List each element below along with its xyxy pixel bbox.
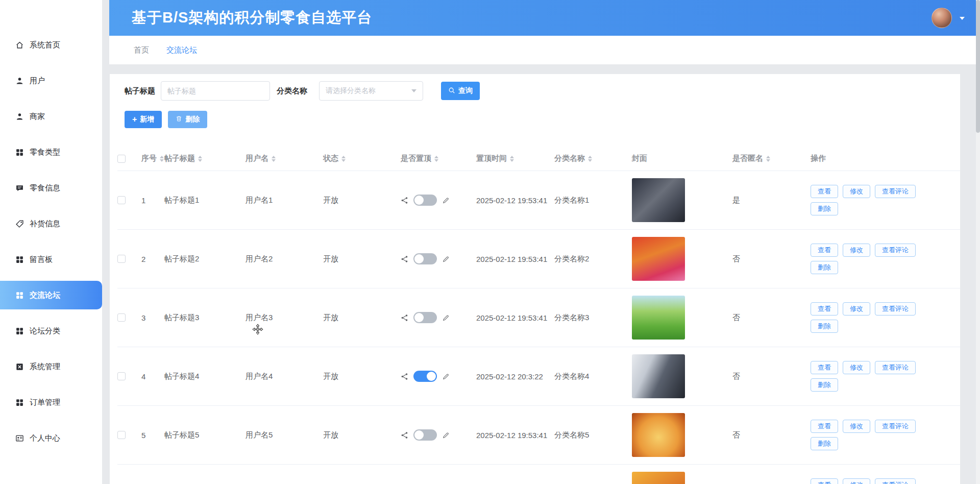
- pin-toggle[interactable]: [413, 253, 437, 264]
- pin-toggle[interactable]: [413, 195, 437, 206]
- pin-toggle[interactable]: [413, 429, 437, 441]
- post-title-input[interactable]: [161, 81, 270, 101]
- pin-time: 2025-02-12 19:53:41: [476, 196, 547, 205]
- view-button[interactable]: 查看: [811, 302, 838, 316]
- edit-button[interactable]: 修改: [843, 361, 870, 374]
- sidebar-item-6[interactable]: 留言板: [0, 247, 102, 272]
- sidebar-item-11[interactable]: 个人中心: [0, 426, 102, 450]
- sidebar-item-label: 系统首页: [30, 40, 60, 50]
- sidebar-item-3[interactable]: 零食类型: [0, 140, 102, 164]
- sort-carets-icon[interactable]: [160, 156, 164, 162]
- view-button[interactable]: 查看: [811, 420, 838, 433]
- view-button[interactable]: 查看: [811, 185, 838, 198]
- breadcrumb-tabs: 首页 交流论坛: [109, 36, 976, 64]
- chevron-down-icon[interactable]: [960, 17, 965, 20]
- cover-image-building[interactable]: [632, 354, 685, 398]
- column-header-1[interactable]: 序号: [141, 154, 164, 163]
- select-all-checkbox[interactable]: [117, 155, 126, 163]
- scrollbar-track[interactable]: [976, 0, 980, 484]
- avatar[interactable]: [932, 8, 952, 28]
- cover-image-group-photo[interactable]: [632, 178, 685, 222]
- sidebar-item-label: 商家: [30, 112, 45, 122]
- sort-carets-icon[interactable]: [272, 156, 276, 162]
- edit-pin-icon[interactable]: [442, 197, 450, 204]
- row-checkbox[interactable]: [117, 313, 126, 322]
- view-comments-button[interactable]: 查看评论: [875, 361, 916, 374]
- table-row-2: 2 帖子标题2 用户名2 开放 2025-02-12 19:53:41 分类名称…: [117, 230, 960, 288]
- column-header-4[interactable]: 状态: [323, 154, 401, 163]
- tab-home[interactable]: 首页: [134, 45, 149, 55]
- view-comments-button[interactable]: 查看评论: [875, 302, 916, 316]
- add-button[interactable]: + 新增: [125, 111, 162, 128]
- search-button[interactable]: 查询: [441, 82, 480, 100]
- edit-button[interactable]: 修改: [843, 478, 870, 484]
- status: 开放: [323, 372, 338, 381]
- view-comments-button[interactable]: 查看评论: [875, 185, 916, 198]
- column-header-6[interactable]: 置顶时间: [476, 154, 554, 163]
- edit-pin-icon[interactable]: [442, 314, 450, 322]
- sidebar-item-label: 补货信息: [30, 219, 60, 229]
- edit-button[interactable]: 修改: [843, 302, 870, 316]
- sort-carets-icon[interactable]: [434, 156, 438, 162]
- view-comments-button[interactable]: 查看评论: [875, 420, 916, 433]
- sidebar-item-label: 论坛分类: [30, 326, 60, 336]
- delete-row-button[interactable]: 删除: [811, 261, 838, 274]
- cover-image-autumn-path[interactable]: [632, 237, 685, 281]
- column-label: 封面: [632, 154, 647, 163]
- view-button[interactable]: 查看: [811, 361, 838, 374]
- cover-image-pizza[interactable]: [632, 413, 685, 457]
- row-checkbox[interactable]: [117, 196, 126, 204]
- column-header-7[interactable]: 分类名称: [554, 154, 632, 163]
- sidebar-item-1[interactable]: 用户: [0, 68, 102, 93]
- message-icon: [15, 184, 24, 192]
- sort-carets-icon[interactable]: [588, 156, 592, 162]
- edit-pin-icon[interactable]: [442, 255, 450, 263]
- view-button[interactable]: 查看: [811, 244, 838, 257]
- row-checkbox[interactable]: [117, 431, 126, 439]
- home-icon: [15, 41, 24, 50]
- sidebar-item-label: 系统管理: [30, 362, 60, 372]
- cover-image-green-field[interactable]: [632, 296, 685, 340]
- delete-selected-button[interactable]: 删除: [168, 111, 207, 128]
- column-header-9[interactable]: 是否匿名: [732, 154, 811, 163]
- sort-carets-icon[interactable]: [510, 156, 514, 162]
- post-title: 帖子标题1: [164, 196, 199, 205]
- delete-row-button[interactable]: 删除: [811, 202, 838, 215]
- category-select[interactable]: 请选择分类名称: [319, 81, 423, 101]
- tab-forum[interactable]: 交流论坛: [166, 45, 197, 55]
- column-header-2[interactable]: 帖子标题: [164, 154, 246, 163]
- sidebar-item-2[interactable]: 商家: [0, 104, 102, 129]
- column-header-5[interactable]: 是否置顶: [401, 154, 476, 163]
- sidebar-item-8[interactable]: 论坛分类: [0, 319, 102, 343]
- sort-carets-icon[interactable]: [341, 156, 346, 162]
- edit-button[interactable]: 修改: [843, 185, 870, 198]
- sidebar-item-9[interactable]: 系统管理: [0, 354, 102, 379]
- view-comments-button[interactable]: 查看评论: [875, 478, 916, 484]
- pin-toggle[interactable]: [413, 371, 437, 382]
- edit-pin-icon[interactable]: [442, 373, 450, 380]
- view-comments-button[interactable]: 查看评论: [875, 244, 916, 257]
- delete-row-button[interactable]: 删除: [811, 320, 838, 333]
- sidebar-item-7[interactable]: 交流论坛: [0, 281, 102, 309]
- delete-row-button[interactable]: 删除: [811, 378, 838, 392]
- scrollbar-thumb[interactable]: [976, 0, 980, 133]
- sidebar-item-10[interactable]: 订单管理: [0, 390, 102, 415]
- sort-carets-icon[interactable]: [766, 156, 770, 162]
- column-header-checkbox: [117, 155, 141, 163]
- sidebar-item-5[interactable]: 补货信息: [0, 211, 102, 236]
- grid-icon: [15, 255, 24, 264]
- row-checkbox[interactable]: [117, 255, 126, 263]
- edit-pin-icon[interactable]: [442, 431, 450, 439]
- column-header-3[interactable]: 用户名: [246, 154, 323, 163]
- sidebar-item-4[interactable]: 零食信息: [0, 176, 102, 200]
- row-checkbox[interactable]: [117, 372, 126, 380]
- sort-carets-icon[interactable]: [198, 156, 202, 162]
- cover-image-autumn-trees[interactable]: [632, 472, 685, 484]
- delete-row-button[interactable]: 删除: [811, 437, 838, 450]
- pin-toggle[interactable]: [413, 312, 437, 323]
- edit-button[interactable]: 修改: [843, 420, 870, 433]
- view-button[interactable]: 查看: [811, 478, 838, 484]
- status: 开放: [323, 430, 338, 440]
- sidebar-item-0[interactable]: 系统首页: [0, 33, 102, 57]
- edit-button[interactable]: 修改: [843, 244, 870, 257]
